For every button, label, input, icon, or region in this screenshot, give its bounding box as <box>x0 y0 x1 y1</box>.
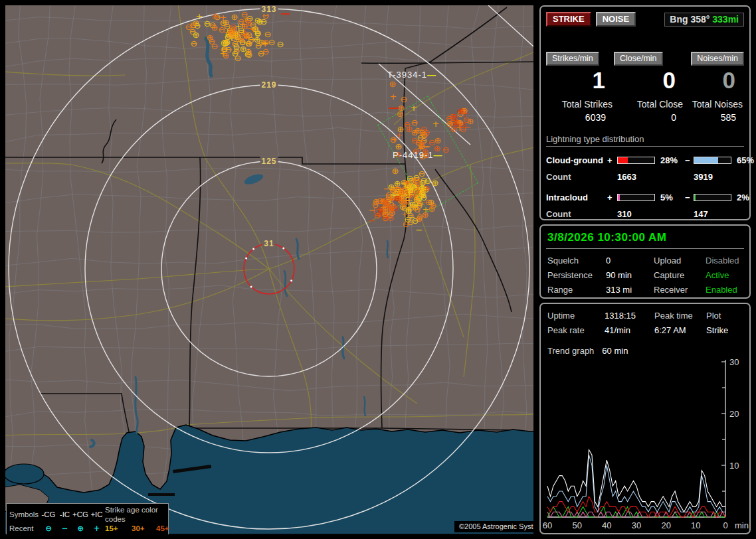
squelch-value: 0 <box>606 256 654 266</box>
recent-pos-ic-icon: + <box>88 524 105 533</box>
map-legend: Symbols -CG -IC +CG +IC Strike age color… <box>6 503 169 534</box>
capture-status: Active <box>706 270 744 280</box>
noises-per-min-button[interactable]: Noises/min <box>691 52 744 66</box>
recent-pos-cg-icon: ⊕ <box>72 524 88 533</box>
plot-label: Plot <box>706 311 744 321</box>
distribution-title: Lightning type distribution <box>546 134 744 147</box>
svg-text:30: 30 <box>632 520 641 530</box>
ic-count-label: Count <box>546 209 607 219</box>
svg-text:min: min <box>735 520 749 530</box>
age-code-60: 60+ <box>105 533 132 534</box>
age-code-15: 15+ <box>105 524 132 533</box>
bearing-distance: 333mi <box>712 14 739 25</box>
legend-old-label: Old <box>9 533 40 534</box>
total-strikes-label: Total Strikes <box>546 99 614 110</box>
ic-minus-bar <box>694 194 731 201</box>
receiver-label: Receiver <box>654 285 706 295</box>
storm-track-lines <box>379 5 533 145</box>
strike-mode-button[interactable]: STRIKE <box>546 12 591 27</box>
highways <box>5 5 533 435</box>
legend-col-neg-cg: -CG <box>40 510 57 519</box>
strikes-per-min-button[interactable]: Strikes/min <box>546 52 599 66</box>
uptime-value: 1318:15 <box>605 311 654 321</box>
legend-col-pos-cg: +CG <box>72 510 88 519</box>
cg-minus-bar <box>694 157 731 164</box>
legend-age-title: Strike age color codes <box>105 505 165 524</box>
cg-count-label: Count <box>546 172 607 182</box>
range-value: 313 mi <box>606 285 654 295</box>
svg-text:30: 30 <box>729 357 739 367</box>
map-base-art <box>5 5 533 534</box>
total-strikes-value: 6039 <box>546 112 614 123</box>
cloud-ground-label: Cloud-ground <box>546 155 607 165</box>
recent-neg-cg-icon: ⊖ <box>40 524 57 533</box>
old-pos-cg-icon: ⊕ <box>72 533 88 534</box>
total-close-value: 0 <box>614 112 684 123</box>
noise-mode-button[interactable]: NOISE <box>596 12 636 27</box>
svg-text:20: 20 <box>661 520 670 530</box>
trend-window-value[interactable]: 60 min <box>602 346 628 356</box>
cg-plus-count: 1663 <box>617 172 685 182</box>
cg-minus-sign: − <box>685 155 694 165</box>
ic-plus-percent: 5% <box>657 193 685 202</box>
old-neg-cg-icon: ⊖ <box>40 533 57 534</box>
uptime-label: Uptime <box>547 311 605 321</box>
svg-text:10: 10 <box>729 461 739 471</box>
age-code-45: 45+ <box>156 524 169 533</box>
intracloud-label: Intracloud <box>546 193 607 202</box>
ic-minus-percent: 2% <box>733 193 749 202</box>
squelch-label: Squelch <box>547 256 606 266</box>
cg-plus-percent: 28% <box>657 155 685 165</box>
svg-text:0: 0 <box>723 520 727 530</box>
svg-text:10: 10 <box>691 520 700 530</box>
total-close-label: Total Close <box>614 99 684 110</box>
plot-mode-value[interactable]: Strike <box>706 325 744 335</box>
recent-neg-ic-icon: − <box>57 524 72 533</box>
peak-rate-label: Peak rate <box>547 325 605 335</box>
capture-label: Capture <box>654 270 706 280</box>
noises-per-min-value: 0 <box>684 67 744 98</box>
bearing-value: Bng 358° <box>670 14 709 25</box>
strike-counter-panel: STRIKE NOISE Bng 358° 333mi Strikes/min … <box>539 5 751 220</box>
ic-plus-count: 310 <box>617 209 685 219</box>
svg-text:40: 40 <box>602 520 611 530</box>
bearing-readout[interactable]: Bng 358° 333mi <box>664 13 744 27</box>
ic-minus-sign: − <box>685 193 694 202</box>
svg-text:20: 20 <box>729 409 739 419</box>
persistence-label: Persistence <box>547 270 606 280</box>
upload-status: Disabled <box>706 256 744 266</box>
age-code-75: 75+ <box>132 533 156 534</box>
total-noises-value: 585 <box>684 112 744 123</box>
ic-minus-count: 147 <box>694 209 744 219</box>
svg-text:50: 50 <box>572 520 581 530</box>
persistence-value: 90 min <box>606 270 654 280</box>
svg-text:60: 60 <box>543 520 552 530</box>
legend-col-pos-ic: +IC <box>88 510 105 519</box>
status-panel: 3/8/2026 10:30:00 AM Squelch 0 Upload Di… <box>539 224 751 299</box>
ic-plus-bar <box>617 194 655 201</box>
close-per-min-button[interactable]: Close/min <box>614 52 663 66</box>
trend-graph-label: Trend graph <box>547 346 594 356</box>
lightning-map[interactable]: ⊖⊖⊕⊖⊖⊖⊕⊖⊕⊕+⊖⊖⊖⊖⊕⊖⊖⊖⊕++⊖⊖⊖⊕⊖⊖⊖⊖⊕⊖⊕+⊖⊕⊕⊖⊖⊖… <box>5 5 533 534</box>
cg-minus-count: 3919 <box>694 172 744 182</box>
legend-col-neg-ic: -IC <box>57 510 72 519</box>
old-pos-ic-icon: + <box>88 533 105 534</box>
cg-plus-sign: + <box>607 155 617 165</box>
trend-panel: Uptime 1318:15 Peak time Plot Peak rate … <box>539 303 751 534</box>
cg-minus-percent: 65% <box>733 155 754 165</box>
close-per-min-value: 0 <box>614 67 684 98</box>
datetime-display: 3/8/2026 10:30:00 AM <box>546 230 744 249</box>
receiver-status: Enabled <box>706 285 744 295</box>
legend-recent-label: Recent <box>9 524 40 533</box>
age-code-30: 30+ <box>132 524 156 533</box>
age-code-90: 90+ <box>156 533 169 534</box>
peak-time-value: 6:27 AM <box>654 325 706 335</box>
peak-time-label: Peak time <box>654 311 706 321</box>
strikes-per-min-value: 1 <box>546 67 614 98</box>
cg-plus-bar <box>617 157 655 164</box>
ic-plus-sign: + <box>607 193 617 202</box>
trend-graph: 1020306050403020100min <box>541 357 749 533</box>
range-label: Range <box>547 285 606 295</box>
peak-rate-value: 41/min <box>605 325 654 335</box>
legend-symbols-header: Symbols <box>9 510 40 519</box>
